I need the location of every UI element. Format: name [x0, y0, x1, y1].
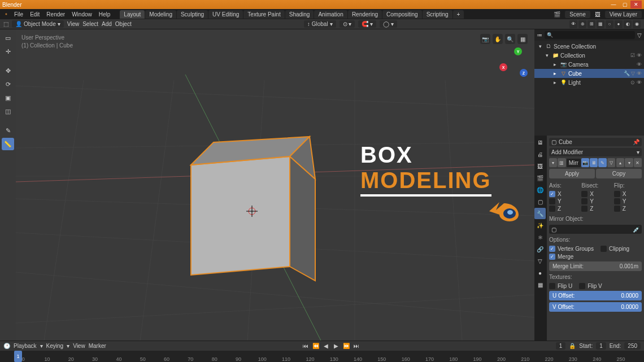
clipping-check[interactable]: Clipping — [601, 246, 629, 252]
flip-x-check[interactable]: X — [614, 191, 642, 197]
select-tool[interactable]: ▭ — [2, 32, 14, 44]
current-frame[interactable]: 1 — [556, 342, 566, 350]
menu-view[interactable]: View — [67, 21, 80, 27]
prop-tab-render[interactable]: 🖥 — [534, 137, 546, 148]
timeline-playback[interactable]: Playback — [14, 343, 37, 349]
apply-button[interactable]: Apply — [549, 169, 595, 178]
u-offset-field[interactable]: U Offset:0.0000 — [549, 291, 642, 300]
transform-tool[interactable]: ◫ — [2, 105, 14, 117]
move-tool[interactable]: ✥ — [2, 64, 14, 77]
flip-u-check[interactable]: Flip U — [549, 283, 572, 289]
mod-render-icon[interactable]: 📷 — [581, 158, 589, 167]
start-frame[interactable]: 1 — [596, 342, 606, 350]
end-frame[interactable]: 250 — [624, 342, 641, 350]
outliner-filter-icon[interactable]: ▽ — [637, 32, 642, 38]
visibility-icon[interactable]: 👁 — [569, 20, 577, 28]
play-rev-icon[interactable]: ◀ — [321, 343, 330, 349]
playhead[interactable]: 1 — [14, 351, 22, 362]
add-modifier-button[interactable]: Add Modifier▾ — [549, 148, 642, 156]
modifier-name[interactable]: Mirr — [567, 159, 581, 167]
annotate-tool[interactable]: ✎ — [2, 124, 14, 137]
mod-delete-icon[interactable]: ✕ — [634, 158, 642, 167]
axis-y-check[interactable]: Y — [549, 198, 577, 204]
tab-rendering[interactable]: Rendering — [348, 10, 382, 19]
timeline-keying[interactable]: Keying — [46, 343, 64, 349]
mod-expand-icon[interactable]: ▾ — [549, 158, 557, 167]
tab-uvediting[interactable]: UV Editing — [208, 10, 243, 19]
mode-selector[interactable]: 👤 Object Mode ▾ — [12, 20, 64, 28]
bisect-y-check[interactable]: Y — [581, 198, 609, 204]
menu-select[interactable]: Select — [82, 21, 98, 27]
nav-hand-icon[interactable]: ✋ — [493, 34, 503, 44]
tab-animation[interactable]: Animation — [314, 10, 347, 19]
outliner-type-icon[interactable]: ≔ — [537, 32, 542, 38]
prop-tab-world[interactable]: 🌐 — [534, 184, 546, 195]
axis-x-check[interactable]: ✓X — [549, 191, 577, 197]
merge-check[interactable]: ✓Merge — [549, 254, 642, 260]
orientation-selector[interactable]: ↕ Global ▾ — [304, 20, 336, 28]
timeline-type-icon[interactable]: 🕐 — [3, 343, 10, 349]
mod-up-icon[interactable]: ▴ — [616, 158, 624, 167]
outliner[interactable]: ▾🗋Scene Collection ▾📁Collection☑ 👁 ▸📷Cam… — [534, 41, 644, 136]
v-offset-field[interactable]: V Offset:0.0000 — [549, 302, 642, 312]
prop-tab-mesh[interactable]: ▽ — [534, 255, 546, 267]
jump-start-icon[interactable]: ⏮ — [301, 343, 310, 349]
tab-compositing[interactable]: Compositing — [382, 10, 422, 19]
prop-tab-viewlayer[interactable]: 🖼 — [534, 160, 546, 172]
flip-z-check[interactable]: Z — [614, 206, 642, 212]
tab-texturepaint[interactable]: Texture Paint — [243, 10, 284, 19]
tab-layout[interactable]: Layout — [120, 10, 145, 19]
menu-add[interactable]: Add — [102, 21, 112, 27]
flip-v-check[interactable]: Flip V — [579, 283, 602, 289]
rotate-tool[interactable]: ⟳ — [2, 78, 14, 90]
proportional-toggle[interactable]: ◯ ▾ — [380, 20, 397, 28]
tab-modeling[interactable]: Modeling — [145, 10, 176, 19]
flip-y-check[interactable]: Y — [614, 198, 642, 204]
outliner-cube[interactable]: ▸▽Cube🔧 ▽ 👁 — [534, 69, 644, 78]
cursor-tool[interactable]: ✛ — [2, 45, 14, 58]
prop-tab-constraint[interactable]: 🔗 — [534, 243, 546, 255]
vertex-groups-check[interactable]: ✓Vertex Groups — [549, 246, 594, 252]
mirror-object-field[interactable]: ▢💉 — [549, 225, 642, 234]
overlay-toggle[interactable]: ⊞ — [588, 20, 595, 28]
mod-cage-icon[interactable]: ▽ — [607, 158, 615, 167]
outliner-light[interactable]: ▸💡Light⊙ 👁 — [534, 78, 644, 87]
timeline-frames[interactable]: 1 01020304050607080901001101201301401501… — [0, 351, 644, 362]
prop-tab-object[interactable]: ▢ — [534, 196, 546, 207]
nav-gizmo[interactable]: Y X Z — [498, 47, 528, 77]
nav-camera-icon[interactable]: 📷 — [480, 34, 490, 44]
bisect-z-check[interactable]: Z — [581, 206, 609, 212]
maximize-button[interactable]: ▢ — [619, 1, 630, 8]
mod-down-icon[interactable]: ▾ — [625, 158, 633, 167]
tab-shading[interactable]: Shading — [285, 10, 314, 19]
copy-button[interactable]: Copy — [596, 169, 642, 178]
play-icon[interactable]: ▶ — [332, 343, 341, 349]
shading-wire[interactable]: ○ — [606, 20, 613, 28]
tab-sculpting[interactable]: Sculpting — [177, 10, 208, 19]
outliner-search[interactable]: 🔍 — [545, 31, 635, 39]
prop-tab-scene[interactable]: 🎬 — [534, 172, 546, 184]
axis-z-check[interactable]: Z — [549, 206, 577, 212]
jump-end-icon[interactable]: ⏭ — [352, 343, 361, 349]
prop-tab-texture[interactable]: ▦ — [534, 279, 546, 290]
scene-selector[interactable]: Scene — [565, 11, 590, 18]
active-object-name[interactable]: Cube — [559, 139, 572, 145]
prop-tab-particle[interactable]: ✨ — [534, 220, 546, 231]
tab-add[interactable]: + — [453, 10, 464, 19]
menu-file[interactable]: File — [11, 11, 26, 18]
shading-lookdev[interactable]: ◐ — [624, 20, 632, 28]
editor-type-icon[interactable]: ⬚ — [3, 21, 8, 27]
keyframe-prev-icon[interactable]: ⏪ — [311, 343, 320, 349]
pivot-selector[interactable]: ⊙ ▾ — [340, 20, 355, 28]
3d-viewport[interactable]: User Perspective (1) Collection | Cube 📷… — [16, 29, 534, 341]
shading-solid[interactable]: ● — [615, 20, 623, 28]
nav-zoom-icon[interactable]: 🔍 — [505, 34, 515, 44]
menu-help[interactable]: Help — [96, 11, 114, 18]
xray-toggle[interactable]: ▦ — [597, 20, 604, 28]
shading-render[interactable]: ◉ — [633, 20, 641, 28]
prop-tab-modifier[interactable]: 🔧 — [534, 208, 546, 219]
minimize-button[interactable]: — — [608, 1, 619, 8]
menu-object[interactable]: Object — [115, 21, 132, 27]
timeline-marker[interactable]: Marker — [89, 343, 106, 349]
mod-viewport-icon[interactable]: 🖥 — [590, 158, 598, 167]
